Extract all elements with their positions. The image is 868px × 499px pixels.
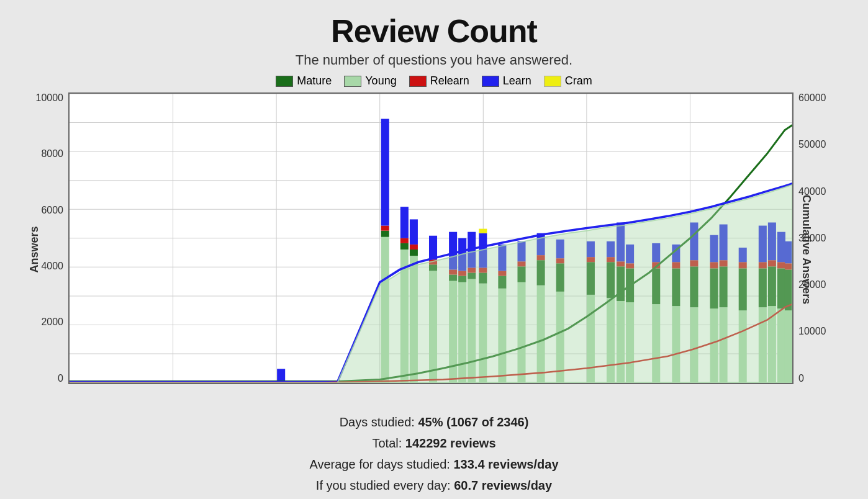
- stat-avg-everyday: If you studied every day: 60.7 reviews/d…: [309, 475, 558, 496]
- y-tick-right-0: 60000: [798, 92, 826, 104]
- stat-avg-studied-label: Average for days studied:: [309, 457, 450, 471]
- stat-days-studied-label: Days studied:: [340, 415, 415, 429]
- legend-item-mature: Mature: [276, 74, 332, 88]
- legend-item-young: Young: [344, 74, 396, 88]
- chart-area: Answers 10000 8000 6000 4000 2000 0: [25, 92, 843, 407]
- chart-subtitle: The number of questions you have answere…: [296, 52, 572, 68]
- y-tick-left-1: 8000: [41, 148, 63, 160]
- chart-svg: [70, 94, 792, 383]
- y-tick-left-3: 4000: [41, 261, 63, 272]
- y-tick-right-1: 50000: [798, 139, 826, 150]
- y-tick-left-0: 10000: [36, 92, 64, 104]
- y-tick-left-4: 2000: [41, 317, 63, 328]
- chart-plot: -70mo -60mo -50mo -40mo -30mo -20mo -10m…: [68, 92, 793, 384]
- y-axis-right: Cumulative Answers 60000 50000 40000 300…: [793, 92, 843, 407]
- bar: [410, 245, 418, 250]
- main-container: Review Count The number of questions you…: [0, 0, 868, 499]
- y-tick-left-5: 0: [58, 373, 63, 384]
- stat-total: Total: 142292 reviews: [309, 433, 558, 454]
- y-axis-right-label: Cumulative Answers: [799, 195, 812, 304]
- y-tick-left-2: 6000: [41, 205, 63, 216]
- chart-title: Review Count: [331, 12, 537, 50]
- bar: [400, 207, 409, 238]
- legend-label-young: Young: [365, 74, 396, 88]
- y-axis-left: Answers 10000 8000 6000 4000 2000 0: [25, 92, 68, 407]
- legend-item-cram: Cram: [544, 74, 592, 88]
- stat-avg-studied: Average for days studied: 133.4 reviews/…: [309, 454, 558, 475]
- bar: [479, 229, 487, 233]
- bar: [400, 243, 409, 250]
- legend-label-learn: Learn: [503, 74, 531, 88]
- stat-total-label: Total:: [372, 436, 402, 450]
- legend-item-relearn: Relearn: [409, 74, 469, 88]
- legend-box-learn: [482, 76, 499, 87]
- bar: [410, 250, 418, 256]
- chart-legend: Mature Young Relearn Learn Cram: [276, 74, 592, 88]
- legend-label-relearn: Relearn: [430, 74, 469, 88]
- bar: [381, 231, 389, 237]
- y-tick-right-5: 10000: [798, 326, 826, 337]
- bar: [429, 236, 437, 259]
- cumulative-young-area: [70, 185, 792, 383]
- y-axis-left-label: Answers: [28, 226, 41, 272]
- stats-section: Days studied: 45% (1067 of 2346) Total: …: [309, 411, 558, 496]
- legend-item-learn: Learn: [482, 74, 531, 88]
- legend-box-mature: [276, 76, 293, 87]
- y-tick-right-6: 0: [798, 373, 804, 384]
- bar: [381, 119, 389, 225]
- legend-label-cram: Cram: [565, 74, 592, 88]
- legend-label-mature: Mature: [297, 74, 332, 88]
- stat-avg-everyday-value: 60.7 reviews/day: [454, 479, 552, 492]
- stat-days-studied-value: 45% (1067 of 2346): [418, 415, 528, 429]
- legend-box-relearn: [409, 76, 427, 87]
- stat-days-studied: Days studied: 45% (1067 of 2346): [309, 411, 558, 433]
- legend-box-young: [344, 76, 361, 87]
- stat-avg-everyday-label: If you studied every day:: [316, 479, 451, 492]
- bar: [400, 238, 409, 243]
- stat-avg-studied-value: 133.4 reviews/day: [453, 457, 558, 471]
- bar: [410, 219, 418, 244]
- bar: [381, 226, 389, 231]
- legend-box-cram: [544, 76, 561, 87]
- stat-total-value: 142292 reviews: [405, 436, 496, 450]
